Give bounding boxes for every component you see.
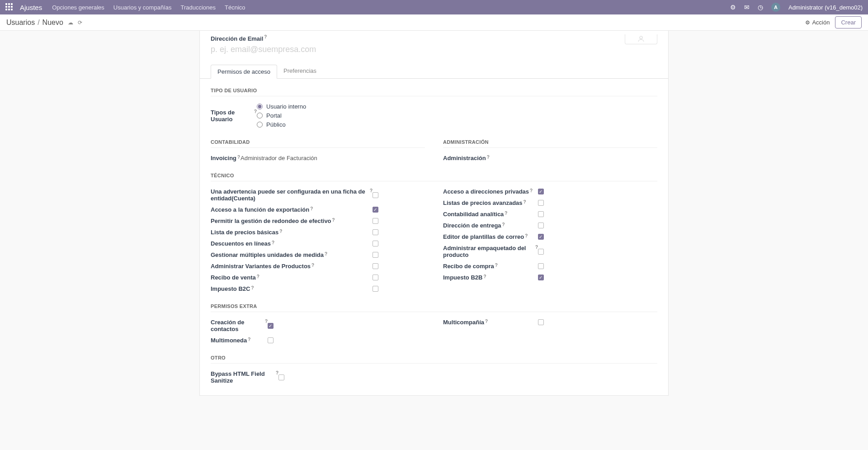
- tab-preferences[interactable]: Preferencias: [277, 64, 323, 78]
- cloud-unsaved-icon[interactable]: ☁: [68, 19, 73, 26]
- perm-label: Multicompañía?: [443, 319, 538, 326]
- perm-row: Acceso a direcciones privadas?: [443, 186, 657, 197]
- perm-row: Bypass HTML Field Sanitize?: [211, 368, 657, 386]
- perm-checkbox[interactable]: [538, 275, 544, 280]
- perm-label: Listas de precios avanzadas?: [443, 199, 538, 206]
- perm-checkbox[interactable]: [373, 252, 378, 258]
- perm-checkbox[interactable]: [373, 192, 378, 198]
- perm-row: Permitir la gestión de redondeo de efect…: [211, 215, 425, 227]
- user-types-label: Tipos de Usuario: [211, 109, 253, 123]
- form-sheet: Dirección de Email? Permisos de acceso P…: [199, 31, 669, 396]
- user-label[interactable]: Administrator (v16_demo02): [788, 4, 863, 11]
- messages-icon[interactable]: ✉: [744, 4, 750, 11]
- perm-label: Administrar empaquetado del producto?: [443, 245, 538, 258]
- perm-label: Recibo de compra?: [443, 263, 538, 270]
- perm-row: Dirección de entrega?: [443, 220, 657, 231]
- perm-row: Listas de precios avanzadas?: [443, 197, 657, 208]
- invoicing-label: Invoicing: [211, 155, 236, 161]
- perm-label: Gestionar múltiples unidades de medida?: [211, 251, 373, 258]
- perm-label: Recibo de venta?: [211, 274, 373, 281]
- perm-label: Lista de precios básicas?: [211, 229, 373, 236]
- clock-icon[interactable]: ◷: [758, 4, 763, 11]
- nav-link-general[interactable]: Opciones generales: [52, 4, 104, 11]
- perm-checkbox[interactable]: [538, 319, 544, 325]
- perm-row: Lista de precios básicas?: [211, 227, 425, 238]
- email-label: Dirección de Email?: [211, 35, 267, 42]
- perm-row: Creación de contactos?: [211, 317, 425, 335]
- radio-portal[interactable]: Portal: [257, 112, 306, 119]
- perm-checkbox[interactable]: [538, 234, 544, 240]
- nav-link-users[interactable]: Usuarios y compañías: [113, 4, 172, 11]
- perm-checkbox[interactable]: [373, 218, 378, 224]
- perm-row: Descuentos en líneas?: [211, 238, 425, 249]
- perm-checkbox[interactable]: [538, 223, 544, 228]
- perm-row: Recibo de compra?: [443, 261, 657, 272]
- breadcrumb-current: Nuevo: [42, 19, 63, 27]
- tab-access[interactable]: Permisos de acceso: [211, 65, 277, 79]
- perm-row: Contabilidad analítica?: [443, 208, 657, 220]
- perm-checkbox[interactable]: [373, 263, 378, 269]
- perm-checkbox[interactable]: [538, 211, 544, 217]
- top-nav: Ajustes Opciones generales Usuarios y co…: [0, 0, 868, 14]
- perm-label: Creación de contactos?: [211, 319, 268, 332]
- svg-point-0: [640, 36, 642, 39]
- nav-right: ⚙ ✉ ◷ A Administrator (v16_demo02): [730, 3, 863, 12]
- perm-checkbox[interactable]: [373, 229, 378, 235]
- gear-icon: ⚙: [805, 19, 810, 26]
- image-upload[interactable]: [625, 34, 657, 44]
- perm-row: Acceso a la función de exportación?: [211, 204, 425, 215]
- perm-label: Una advertencia puede ser configurada en…: [211, 188, 373, 202]
- nav-link-translations[interactable]: Traducciones: [180, 4, 216, 11]
- perm-row: Una advertencia puede ser configurada en…: [211, 186, 425, 204]
- perm-label: Impuesto B2C?: [211, 285, 373, 292]
- invoicing-value[interactable]: Administrador de Facturación: [241, 155, 317, 161]
- perm-checkbox[interactable]: [373, 286, 378, 292]
- email-input[interactable]: [211, 42, 625, 55]
- perm-label: Descuentos en líneas?: [211, 240, 373, 247]
- perm-checkbox[interactable]: [538, 263, 544, 269]
- perm-label: Multimoneda?: [211, 337, 268, 344]
- perm-label: Bypass HTML Field Sanitize?: [211, 370, 278, 384]
- breadcrumb-sep: /: [38, 19, 39, 27]
- perm-checkbox[interactable]: [538, 249, 544, 255]
- radio-public[interactable]: Público: [257, 121, 306, 128]
- perm-row: Multicompañía?: [443, 317, 657, 328]
- perm-row: Administrar empaquetado del producto?: [443, 242, 657, 261]
- action-dropdown[interactable]: ⚙ Acción: [805, 19, 830, 26]
- admin-label: Administración: [443, 155, 486, 161]
- perm-row: Recibo de venta?: [211, 272, 425, 283]
- perm-checkbox[interactable]: [538, 200, 544, 206]
- section-user-type: TIPO DE USUARIO: [211, 79, 657, 96]
- status-icons: ☁ ⟳: [68, 19, 82, 26]
- radio-internal[interactable]: Usuario interno: [257, 103, 306, 110]
- perm-label: Acceso a la función de exportación?: [211, 206, 373, 213]
- nav-links: Opciones generales Usuarios y compañías …: [52, 4, 245, 11]
- discard-icon[interactable]: ⟳: [78, 19, 82, 26]
- control-panel: Usuarios / Nuevo ☁ ⟳ ⚙ Acción Crear: [0, 14, 868, 31]
- perm-row: Impuesto B2B?: [443, 272, 657, 283]
- perm-row: Multimoneda?: [211, 335, 425, 346]
- perm-checkbox[interactable]: [538, 189, 544, 194]
- perm-checkbox[interactable]: [373, 275, 378, 280]
- bug-icon[interactable]: ⚙: [730, 4, 736, 11]
- perm-checkbox[interactable]: [278, 374, 284, 380]
- perm-checkbox[interactable]: [373, 241, 378, 246]
- perm-label: Impuesto B2B?: [443, 274, 538, 281]
- create-button[interactable]: Crear: [835, 16, 862, 28]
- perm-checkbox[interactable]: [268, 323, 274, 329]
- perm-label: Contabilidad analítica?: [443, 211, 538, 218]
- tabs: Permisos de acceso Preferencias: [200, 64, 668, 78]
- perm-label: Acceso a direcciones privadas?: [443, 188, 538, 195]
- perm-checkbox[interactable]: [268, 337, 274, 343]
- breadcrumb-parent[interactable]: Usuarios: [6, 19, 35, 27]
- nav-link-technical[interactable]: Técnico: [225, 4, 245, 11]
- action-label: Acción: [812, 19, 830, 26]
- section-other: OTRO: [211, 346, 657, 364]
- avatar[interactable]: A: [771, 3, 780, 12]
- perm-row: Impuesto B2C?: [211, 283, 425, 294]
- perm-row: Editor de plantillas de correo?: [443, 231, 657, 242]
- apps-icon[interactable]: [5, 3, 14, 11]
- breadcrumb: Usuarios / Nuevo: [6, 19, 63, 27]
- perm-label: Administrar Variantes de Productos?: [211, 263, 373, 270]
- perm-checkbox[interactable]: [373, 207, 378, 213]
